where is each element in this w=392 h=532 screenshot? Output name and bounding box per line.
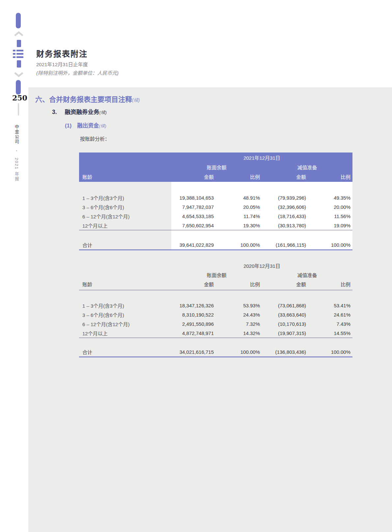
impairment-ratio: 20.00% <box>308 204 352 210</box>
currency-unit-note: (除特别注明外，金额单位：人民币元) <box>36 69 119 76</box>
balance-ratio: 20.05% <box>216 204 262 210</box>
impairment-amount: (19,907,315) <box>262 330 308 336</box>
total-balance-amount: 34,021,616,715 <box>171 349 216 355</box>
aging-table-2020-header: 2020年12月31日 账面余额 减值准备 账龄 金额 比例 金额 比例 <box>79 261 352 290</box>
page-number: 250 <box>12 94 27 102</box>
balance-amount: 18,347,126,326 <box>171 303 216 308</box>
total-impairment-amount: (136,803,436) <box>262 349 308 355</box>
impairment-amount: (18,716,433) <box>262 213 308 219</box>
balance-ratio: 53.93% <box>216 303 262 308</box>
bullet-separator: • <box>15 150 18 152</box>
balance-ratio: 48.91% <box>216 195 262 201</box>
impairment-amount: (33,663,640) <box>262 312 308 318</box>
impairment-amount: (73,061,868) <box>262 303 308 308</box>
impairment-amount: (30,913,780) <box>262 223 308 228</box>
balance-ratio: 14.32% <box>216 330 262 336</box>
table-row: 3 – 6个月(含6个月) 8,310,190,522 24.43% (33,6… <box>79 310 352 319</box>
balance-amount: 4,654,533,185 <box>171 213 216 219</box>
chevron-down-icon[interactable] <box>14 71 24 78</box>
column-header-ratio: 比例 <box>216 173 262 180</box>
annual-report-page: 250 中金公司 • 2021 年报 财务报表附注 2021年12月31日止年度… <box>0 0 392 532</box>
impairment-ratio: 53.41% <box>308 303 352 308</box>
impairment-ratio: 24.61% <box>308 312 352 318</box>
aging-table-2020: 2020年12月31日 账面余额 减值准备 账龄 金额 比例 金额 比例 1 –… <box>79 261 352 357</box>
brand-name: 中金公司 <box>14 125 19 144</box>
aging-table-2020-body: 1 – 3个月(含3个月) 18,347,126,326 53.93% (73,… <box>79 290 352 357</box>
impairment-ratio: 11.56% <box>308 213 352 219</box>
item-heading-text: 融出资金 <box>77 123 99 128</box>
balance-amount: 19,388,104,653 <box>171 195 216 201</box>
total-impairment-ratio: 100.00% <box>308 242 352 248</box>
sidebar-vertical-branding: 中金公司 • 2021 年报 <box>14 125 19 182</box>
column-header-ratio: 比例 <box>216 281 262 288</box>
total-label: 合计 <box>79 349 171 355</box>
column-header-amount: 金额 <box>262 173 308 180</box>
total-impairment-ratio: 100.00% <box>308 349 352 355</box>
total-balance-ratio: 100.00% <box>216 349 262 355</box>
section-heading: 六、合并财务报表主要项目注释(续) <box>35 94 140 104</box>
impairment-ratio: 19.09% <box>308 223 352 228</box>
column-header-ratio: 比例 <box>308 173 352 180</box>
section-heading-text: 六、合并财务报表主要项目注释 <box>35 96 132 103</box>
total-row: 合计 39,641,022,829 100.00% (161,966,115) … <box>79 240 352 249</box>
aging-table-2021-body: 1 – 3个月(含3个月) 19,388,104,653 48.91% (79,… <box>79 182 352 250</box>
aging-analysis-intro: 按账龄分析： <box>80 135 110 142</box>
balance-ratio: 7.32% <box>216 321 262 327</box>
subsection-number: 3. <box>52 109 57 115</box>
age-bucket-label: 3 – 6个月(含6个月) <box>79 311 171 318</box>
impairment-amount: (10,170,613) <box>262 321 308 327</box>
continued-mark: (续) <box>99 124 106 128</box>
age-bucket-label: 1 – 3个月(含3个月) <box>79 302 171 309</box>
sidebar-accent-bar-top <box>16 13 21 28</box>
item-number: (1) <box>65 123 71 128</box>
balance-ratio: 11.74% <box>216 213 262 219</box>
impairment-ratio: 7.43% <box>308 321 352 327</box>
age-bucket-label: 12个月以上 <box>79 222 171 229</box>
balance-amount: 4,872,748,971 <box>171 330 216 336</box>
item-heading: (1)融出资金(续) <box>65 121 106 129</box>
aging-table-2021-header: 2021年12月31日 账面余额 减值准备 账龄 金额 比例 金额 比例 <box>79 153 352 182</box>
report-year-label: 2021 年报 <box>14 157 19 182</box>
column-group-impairment: 减值准备 <box>262 164 352 171</box>
column-header-age: 账龄 <box>79 281 171 288</box>
balance-amount: 2,491,550,896 <box>171 321 216 327</box>
document-period: 2021年12月31日止年度 <box>36 61 88 68</box>
total-label: 合计 <box>79 241 171 248</box>
balance-amount: 8,310,190,522 <box>171 312 216 318</box>
chevron-up-icon[interactable] <box>14 31 24 37</box>
impairment-ratio: 14.55% <box>308 330 352 336</box>
total-balance-amount: 39,641,022,829 <box>171 242 216 248</box>
subsection-heading: 3.融资融券业务(续) <box>52 107 107 116</box>
sidebar-marker-square-top <box>17 40 21 47</box>
sidebar-marker-square-bottom <box>17 60 21 68</box>
table-row: 12个月以上 7,650,602,954 19.30% (30,913,780)… <box>79 221 352 230</box>
column-group-date: 2020年12月31日 <box>171 262 352 269</box>
impairment-amount: (79,939,296) <box>262 195 308 201</box>
document-title: 财务报表附注 <box>36 47 88 59</box>
column-header-amount: 金额 <box>171 281 216 288</box>
impairment-amount: (32,396,606) <box>262 204 308 210</box>
list-menu-icon[interactable] <box>13 49 23 59</box>
balance-amount: 7,947,782,037 <box>171 204 216 210</box>
table-row: 6 – 12个月(含12个月) 2,491,550,896 7.32% (10,… <box>79 319 352 328</box>
impairment-ratio: 49.35% <box>308 195 352 201</box>
table-row: 1 – 3个月(含3个月) 18,347,126,326 53.93% (73,… <box>79 301 352 310</box>
table-row: 6 – 12个月(含12个月) 4,654,533,185 11.74% (18… <box>79 211 352 221</box>
column-group-balance: 账面余额 <box>171 164 262 171</box>
column-header-ratio: 比例 <box>308 281 352 288</box>
age-bucket-label: 6 – 12个月(含12个月) <box>79 321 171 327</box>
column-group-impairment: 减值准备 <box>262 271 352 278</box>
sidebar-accent-bar-bottom <box>16 80 21 95</box>
age-bucket-label: 12个月以上 <box>79 330 171 337</box>
subsection-heading-text: 融资融券业务 <box>65 109 99 115</box>
total-balance-ratio: 100.00% <box>216 242 262 248</box>
column-group-balance: 账面余额 <box>171 271 262 278</box>
balance-ratio: 19.30% <box>216 223 262 228</box>
total-row: 合计 34,021,616,715 100.00% (136,803,436) … <box>79 347 352 356</box>
balance-ratio: 24.43% <box>216 312 262 318</box>
column-header-age: 账龄 <box>79 173 171 180</box>
table-row: 1 – 3个月(含3个月) 19,388,104,653 48.91% (79,… <box>79 193 352 202</box>
column-group-date: 2021年12月31日 <box>171 154 352 161</box>
column-header-amount: 金额 <box>262 281 308 288</box>
sidebar-tick-line <box>18 103 19 116</box>
